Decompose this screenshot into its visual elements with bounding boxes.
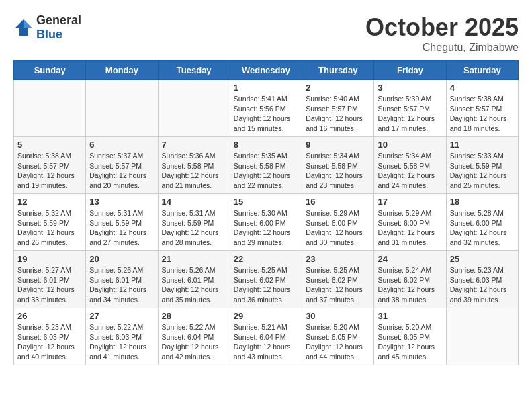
calendar-day-21: 21Sunrise: 5:26 AM Sunset: 6:01 PM Dayli… [158, 251, 230, 308]
calendar-day-17: 17Sunrise: 5:29 AM Sunset: 6:00 PM Dayli… [374, 194, 446, 251]
weekday-header-wednesday: Wednesday [230, 61, 302, 80]
calendar-day-11: 11Sunrise: 5:33 AM Sunset: 5:59 PM Dayli… [446, 137, 518, 194]
calendar-day-23: 23Sunrise: 5:25 AM Sunset: 6:02 PM Dayli… [302, 251, 374, 308]
calendar-day-26: 26Sunrise: 5:23 AM Sunset: 6:03 PM Dayli… [14, 308, 86, 365]
day-number: 22 [234, 254, 298, 264]
calendar-day-16: 16Sunrise: 5:29 AM Sunset: 6:00 PM Dayli… [302, 194, 374, 251]
day-info: Sunrise: 5:28 AM Sunset: 6:00 PM Dayligh… [450, 208, 515, 248]
day-info: Sunrise: 5:41 AM Sunset: 5:56 PM Dayligh… [234, 94, 298, 134]
calendar-day-10: 10Sunrise: 5:34 AM Sunset: 5:58 PM Dayli… [374, 137, 446, 194]
weekday-header-sunday: Sunday [14, 61, 86, 80]
day-info: Sunrise: 5:25 AM Sunset: 6:02 PM Dayligh… [306, 265, 370, 305]
day-info: Sunrise: 5:26 AM Sunset: 6:01 PM Dayligh… [162, 265, 226, 305]
calendar-week-row: 1Sunrise: 5:41 AM Sunset: 5:56 PM Daylig… [14, 80, 519, 137]
day-number: 11 [450, 140, 515, 150]
calendar-day-13: 13Sunrise: 5:31 AM Sunset: 5:59 PM Dayli… [86, 194, 158, 251]
weekday-header-saturday: Saturday [446, 61, 518, 80]
day-number: 18 [450, 197, 515, 207]
calendar-day-2: 2Sunrise: 5:40 AM Sunset: 5:57 PM Daylig… [302, 80, 374, 137]
day-info: Sunrise: 5:31 AM Sunset: 5:59 PM Dayligh… [89, 208, 154, 248]
page-header: General Blue October 2025 Chegutu, Zimba… [13, 13, 519, 54]
day-number: 23 [306, 254, 370, 264]
day-info: Sunrise: 5:22 AM Sunset: 6:03 PM Dayligh… [89, 322, 154, 362]
calendar-empty-cell [86, 80, 158, 137]
calendar-empty-cell [446, 308, 518, 365]
day-info: Sunrise: 5:22 AM Sunset: 6:04 PM Dayligh… [162, 322, 226, 362]
day-number: 14 [162, 197, 226, 207]
calendar-day-15: 15Sunrise: 5:30 AM Sunset: 6:00 PM Dayli… [230, 194, 302, 251]
weekday-header-tuesday: Tuesday [158, 61, 230, 80]
day-number: 29 [234, 311, 298, 321]
day-number: 21 [162, 254, 226, 264]
day-number: 27 [89, 311, 154, 321]
day-info: Sunrise: 5:34 AM Sunset: 5:58 PM Dayligh… [306, 151, 370, 191]
calendar-week-row: 26Sunrise: 5:23 AM Sunset: 6:03 PM Dayli… [14, 308, 519, 365]
weekday-header-monday: Monday [86, 61, 158, 80]
calendar-empty-cell [158, 80, 230, 137]
calendar-header-row: SundayMondayTuesdayWednesdayThursdayFrid… [14, 61, 519, 80]
calendar-day-9: 9Sunrise: 5:34 AM Sunset: 5:58 PM Daylig… [302, 137, 374, 194]
day-info: Sunrise: 5:33 AM Sunset: 5:59 PM Dayligh… [450, 151, 515, 191]
day-info: Sunrise: 5:21 AM Sunset: 6:04 PM Dayligh… [234, 322, 298, 362]
location-title: Chegutu, Zimbabwe [365, 42, 519, 54]
day-info: Sunrise: 5:26 AM Sunset: 6:01 PM Dayligh… [89, 265, 154, 305]
month-title: October 2025 [365, 13, 519, 42]
day-number: 28 [162, 311, 226, 321]
calendar-day-4: 4Sunrise: 5:38 AM Sunset: 5:57 PM Daylig… [446, 80, 518, 137]
day-info: Sunrise: 5:29 AM Sunset: 6:00 PM Dayligh… [306, 208, 370, 248]
day-info: Sunrise: 5:39 AM Sunset: 5:57 PM Dayligh… [378, 94, 442, 134]
calendar-day-22: 22Sunrise: 5:25 AM Sunset: 6:02 PM Dayli… [230, 251, 302, 308]
calendar-day-27: 27Sunrise: 5:22 AM Sunset: 6:03 PM Dayli… [86, 308, 158, 365]
weekday-header-thursday: Thursday [302, 61, 374, 80]
svg-marker-1 [24, 19, 32, 28]
day-info: Sunrise: 5:40 AM Sunset: 5:57 PM Dayligh… [306, 94, 370, 134]
day-number: 15 [234, 197, 298, 207]
calendar-day-28: 28Sunrise: 5:22 AM Sunset: 6:04 PM Dayli… [158, 308, 230, 365]
day-number: 20 [89, 254, 154, 264]
day-info: Sunrise: 5:23 AM Sunset: 6:03 PM Dayligh… [450, 265, 515, 305]
day-number: 10 [378, 140, 442, 150]
day-number: 6 [89, 140, 154, 150]
calendar-day-25: 25Sunrise: 5:23 AM Sunset: 6:03 PM Dayli… [446, 251, 518, 308]
day-info: Sunrise: 5:36 AM Sunset: 5:58 PM Dayligh… [162, 151, 226, 191]
day-number: 7 [162, 140, 226, 150]
day-info: Sunrise: 5:31 AM Sunset: 5:59 PM Dayligh… [162, 208, 226, 248]
calendar-day-31: 31Sunrise: 5:20 AM Sunset: 6:05 PM Dayli… [374, 308, 446, 365]
calendar-day-7: 7Sunrise: 5:36 AM Sunset: 5:58 PM Daylig… [158, 137, 230, 194]
day-info: Sunrise: 5:20 AM Sunset: 6:05 PM Dayligh… [378, 322, 442, 362]
weekday-header-friday: Friday [374, 61, 446, 80]
day-number: 13 [89, 197, 154, 207]
day-number: 3 [378, 83, 442, 93]
day-info: Sunrise: 5:32 AM Sunset: 5:59 PM Dayligh… [17, 208, 82, 248]
calendar-week-row: 5Sunrise: 5:38 AM Sunset: 5:57 PM Daylig… [14, 137, 519, 194]
day-number: 31 [378, 311, 442, 321]
day-number: 5 [17, 140, 82, 150]
logo: General Blue [13, 13, 81, 42]
logo-icon [13, 17, 34, 38]
calendar-day-3: 3Sunrise: 5:39 AM Sunset: 5:57 PM Daylig… [374, 80, 446, 137]
calendar-day-30: 30Sunrise: 5:20 AM Sunset: 6:05 PM Dayli… [302, 308, 374, 365]
day-number: 26 [17, 311, 82, 321]
day-info: Sunrise: 5:27 AM Sunset: 6:01 PM Dayligh… [17, 265, 82, 305]
calendar-day-6: 6Sunrise: 5:37 AM Sunset: 5:57 PM Daylig… [86, 137, 158, 194]
calendar-week-row: 12Sunrise: 5:32 AM Sunset: 5:59 PM Dayli… [14, 194, 519, 251]
day-number: 4 [450, 83, 515, 93]
day-info: Sunrise: 5:37 AM Sunset: 5:57 PM Dayligh… [89, 151, 154, 191]
day-info: Sunrise: 5:38 AM Sunset: 5:57 PM Dayligh… [450, 94, 515, 134]
calendar-table: SundayMondayTuesdayWednesdayThursdayFrid… [13, 60, 519, 365]
day-info: Sunrise: 5:30 AM Sunset: 6:00 PM Dayligh… [234, 208, 298, 248]
day-number: 1 [234, 83, 298, 93]
title-block: October 2025 Chegutu, Zimbabwe [365, 13, 519, 54]
calendar-day-14: 14Sunrise: 5:31 AM Sunset: 5:59 PM Dayli… [158, 194, 230, 251]
day-info: Sunrise: 5:24 AM Sunset: 6:02 PM Dayligh… [378, 265, 442, 305]
day-info: Sunrise: 5:25 AM Sunset: 6:02 PM Dayligh… [234, 265, 298, 305]
day-number: 25 [450, 254, 515, 264]
calendar-empty-cell [14, 80, 86, 137]
day-info: Sunrise: 5:20 AM Sunset: 6:05 PM Dayligh… [306, 322, 370, 362]
day-number: 2 [306, 83, 370, 93]
day-number: 16 [306, 197, 370, 207]
day-info: Sunrise: 5:23 AM Sunset: 6:03 PM Dayligh… [17, 322, 82, 362]
day-info: Sunrise: 5:34 AM Sunset: 5:58 PM Dayligh… [378, 151, 442, 191]
logo-blue: Blue [36, 28, 62, 41]
calendar-day-5: 5Sunrise: 5:38 AM Sunset: 5:57 PM Daylig… [14, 137, 86, 194]
